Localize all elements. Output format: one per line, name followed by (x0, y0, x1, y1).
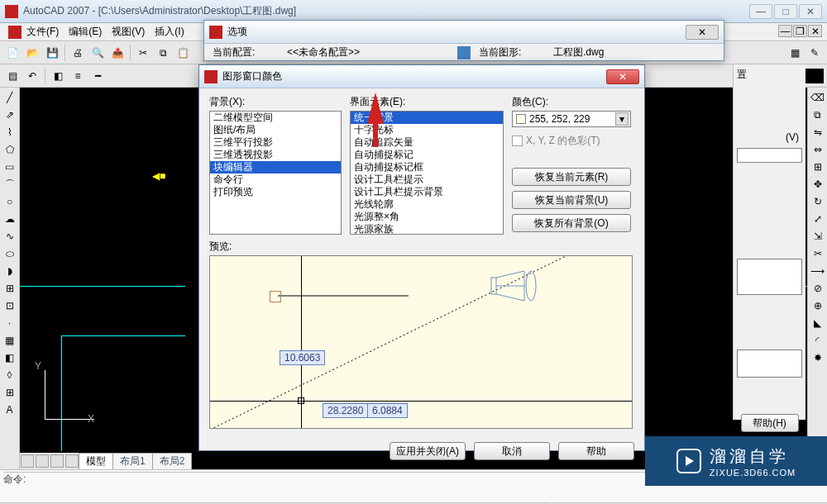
restore-background-button[interactable]: 恢复当前背景(U) (512, 191, 631, 209)
ellipse-icon[interactable]: ⬭ (2, 245, 18, 262)
restore-all-button[interactable]: 恢复所有背景(O) (512, 214, 631, 232)
color-close-button[interactable]: ✕ (606, 69, 639, 84)
extend-icon[interactable]: ⟶ (810, 263, 826, 279)
copy-icon[interactable]: ⧉ (154, 44, 172, 62)
bg-item[interactable]: 三维平行投影 (210, 136, 341, 149)
point-icon[interactable]: · (2, 315, 18, 331)
options-help-button[interactable]: 帮助(H) (741, 414, 799, 432)
region-icon[interactable]: ◊ (2, 367, 18, 383)
xyz-checkbox-row[interactable]: X, Y, Z 的色彩(T) (512, 134, 631, 148)
polyline-icon[interactable]: ⌇ (2, 124, 18, 140)
insert-block-icon[interactable]: ⊞ (2, 280, 18, 297)
color-titlebar[interactable]: 图形窗口颜色 ✕ (199, 65, 644, 88)
break-icon[interactable]: ⊘ (810, 280, 826, 297)
text-input-1[interactable] (737, 148, 802, 163)
tab-layout2[interactable]: 布局2 (152, 453, 193, 469)
polygon-icon[interactable]: ⬠ (2, 141, 18, 158)
menu-edit[interactable]: 编辑(E) (69, 25, 102, 39)
trim-icon[interactable]: ✂ (810, 245, 826, 262)
rectangle-icon[interactable]: ▭ (2, 159, 18, 175)
options-close-button[interactable]: ✕ (686, 25, 719, 40)
elem-item[interactable]: 光线轮廓 (351, 198, 503, 211)
elem-item[interactable]: 光源家族 (351, 223, 503, 235)
maximize-button[interactable]: □ (774, 4, 797, 19)
close-button[interactable]: ✕ (799, 4, 822, 19)
bg-item[interactable]: 三维透视投影 (210, 149, 341, 161)
menu-view[interactable]: 视图(V) (112, 25, 145, 39)
mirror-icon[interactable]: ⇋ (810, 124, 826, 140)
help-button[interactable]: 帮助 (558, 442, 634, 460)
color-icon[interactable]: ◧ (49, 67, 67, 85)
elem-item[interactable]: 自动捕捉标记 (351, 149, 503, 161)
ellipse-arc-icon[interactable]: ◗ (2, 263, 18, 279)
elem-item[interactable]: 自动捕捉标记框 (351, 161, 503, 174)
fillet-icon[interactable]: ◜ (810, 332, 826, 349)
hatch-icon[interactable]: ▦ (2, 332, 18, 349)
join-icon[interactable]: ⊕ (810, 297, 826, 314)
bg-item[interactable]: 图纸/布局 (210, 124, 341, 136)
scale-icon[interactable]: ⤢ (810, 211, 826, 227)
layer-prev-icon[interactable]: ↶ (23, 67, 41, 85)
elem-item[interactable]: 设计工具栏提示背景 (351, 186, 503, 198)
array-icon[interactable]: ⊞ (810, 159, 826, 175)
new-icon[interactable]: 📄 (3, 44, 22, 62)
checkbox-icon[interactable] (512, 136, 523, 146)
explode-icon[interactable]: ✸ (810, 349, 826, 366)
elem-item[interactable]: 设计工具栏提示 (351, 174, 503, 186)
erase-icon[interactable]: ⌫ (810, 89, 826, 106)
apply-close-button[interactable]: 应用并关闭(A) (390, 442, 466, 460)
linetype-icon[interactable]: ≡ (69, 67, 87, 85)
bg-item[interactable]: 块编辑器 (210, 161, 341, 174)
tool-a-icon[interactable]: ▦ (786, 44, 804, 62)
spline-icon[interactable]: ∿ (2, 228, 18, 245)
preview-icon[interactable]: 🔍 (88, 44, 107, 62)
cancel-button[interactable]: 取消 (474, 442, 550, 460)
minimize-button[interactable]: — (749, 4, 772, 19)
menu-insert[interactable]: 插入(I) (155, 25, 184, 39)
lineweight-icon[interactable]: ━ (88, 67, 107, 85)
text-input-2[interactable] (737, 259, 802, 295)
layer-icon[interactable]: ▤ (3, 67, 22, 85)
background-listbox[interactable]: 二维模型空间图纸/布局三维平行投影三维透视投影块编辑器命令行打印预览 (209, 111, 342, 235)
publish-icon[interactable]: 📤 (108, 44, 127, 62)
tab-first-icon[interactable] (21, 454, 34, 468)
move-icon[interactable]: ✥ (810, 176, 826, 193)
circle-icon[interactable]: ○ (2, 193, 18, 210)
chevron-down-icon[interactable]: ▾ (615, 112, 629, 126)
rotate-icon[interactable]: ↻ (810, 193, 826, 210)
cut-icon[interactable]: ✂ (134, 44, 152, 62)
text-input-3[interactable] (737, 349, 802, 378)
bg-item[interactable]: 打印预览 (210, 186, 341, 198)
tab-layout1[interactable]: 布局1 (112, 453, 153, 469)
bg-item[interactable]: 命令行 (210, 174, 341, 186)
open-icon[interactable]: 📂 (23, 44, 41, 62)
tab-prev-icon[interactable] (36, 454, 49, 468)
stretch-icon[interactable]: ⇲ (810, 228, 826, 245)
line-icon[interactable]: ╱ (2, 89, 18, 106)
tab-next-icon[interactable] (50, 454, 64, 468)
gradient-icon[interactable]: ◧ (2, 349, 18, 366)
options-titlebar[interactable]: 选项 ✕ (204, 21, 724, 44)
tab-model[interactable]: 模型 (79, 453, 113, 469)
copy-obj-icon[interactable]: ⧉ (810, 107, 826, 123)
doc-close-button[interactable]: ✕ (808, 25, 822, 37)
mtext-icon[interactable]: A (2, 402, 18, 418)
paste-icon[interactable]: 📋 (174, 44, 192, 62)
chamfer-icon[interactable]: ◣ (810, 315, 826, 331)
arc-icon[interactable]: ⌒ (2, 176, 18, 193)
color-combobox[interactable]: 255, 252, 229 ▾ (512, 111, 631, 127)
offset-icon[interactable]: ⇔ (810, 141, 826, 158)
doc-minimize-button[interactable]: — (778, 25, 792, 37)
print-icon[interactable]: 🖨 (69, 44, 87, 62)
table-icon[interactable]: ⊞ (2, 384, 18, 401)
xline-icon[interactable]: ⇗ (2, 107, 18, 123)
revcloud-icon[interactable]: ☁ (2, 211, 18, 227)
bg-item[interactable]: 二维模型空间 (210, 112, 341, 124)
save-icon[interactable]: 💾 (43, 44, 61, 62)
tab-last-icon[interactable] (65, 454, 79, 468)
menu-file[interactable]: 文件(F) (26, 25, 59, 39)
doc-restore-button[interactable]: ❐ (793, 25, 807, 37)
restore-element-button[interactable]: 恢复当前元素(R) (512, 168, 631, 186)
make-block-icon[interactable]: ⊡ (2, 297, 18, 314)
elem-item[interactable]: 光源整×角 (351, 211, 503, 223)
